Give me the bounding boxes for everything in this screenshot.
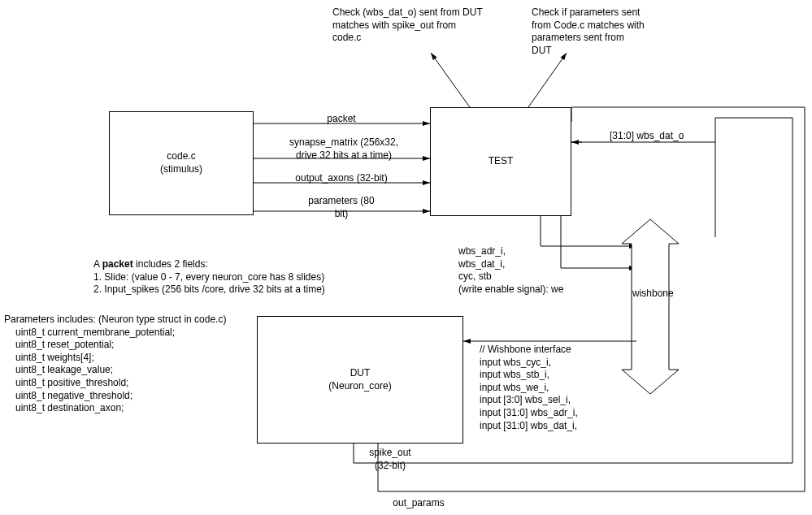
- packet-note: A packet includes 2 fields: 1. Slide: (v…: [93, 258, 419, 296]
- dut-title: DUT: [350, 367, 371, 380]
- label-wbs-dat-o: [31:0] wbs_dat_o: [610, 130, 684, 143]
- params-note: Parameters includes: (Neuron type struct…: [4, 314, 248, 415]
- params-l4: uint8_t leakage_value;: [15, 364, 248, 377]
- label-output-axons: output_axons (32-bit): [284, 172, 398, 185]
- check-right-note: Check if parameters sent from Code.c mat…: [532, 6, 678, 57]
- params-l3: uint8_t weights[4];: [15, 352, 248, 365]
- params-l7: uint8_t destination_axon;: [15, 402, 248, 415]
- packet-note-l1: 1. Slide: (value 0 - 7, every neuron_cor…: [93, 271, 324, 283]
- label-packet: packet: [293, 113, 390, 126]
- label-parameters: parameters (80 bit): [293, 195, 390, 220]
- label-wishbone: wishbone: [632, 288, 668, 301]
- codec-box: code.c (stimulus): [109, 111, 254, 215]
- svg-line-5: [528, 53, 567, 107]
- label-spike-out: spike_out (32-bit): [358, 447, 423, 472]
- label-synapse-matrix: synapse_matrix (256x32, drive 32 bits at…: [275, 136, 413, 162]
- check-left-note: Check (wbs_dat_o) sent from DUT matches …: [332, 6, 511, 45]
- params-l2: uint8_t reset_potential;: [15, 339, 248, 352]
- test-box: TEST: [430, 107, 571, 216]
- label-out-params: out_params: [382, 497, 455, 510]
- label-wishbone-iface: // Wishbone interface input wbs_cyc_i, i…: [480, 344, 578, 432]
- packet-note-suffix: includes 2 fields:: [133, 258, 208, 270]
- dut-sub: (Neuron_core): [328, 380, 391, 393]
- packet-note-bold: packet: [102, 258, 133, 270]
- test-title: TEST: [489, 155, 514, 168]
- codec-sub: (stimulus): [160, 163, 202, 176]
- params-l5: uint8_t positive_threshold;: [15, 377, 248, 390]
- diagram-root: code.c (stimulus) TEST DUT (Neuron_core): [0, 0, 812, 515]
- packet-note-l2: 2. Input_spikes (256 bits /core, drive 3…: [93, 283, 325, 295]
- params-title: Parameters includes: (Neuron type struct…: [4, 314, 248, 327]
- codec-title: code.c: [167, 150, 195, 163]
- params-l1: uint8_t current_membrane_potential;: [15, 327, 248, 340]
- params-l6: uint8_t negative_threshold;: [15, 390, 248, 403]
- svg-line-4: [431, 53, 470, 107]
- label-signals-out: wbs_adr_i, wbs_dat_i, cyc, stb (write en…: [458, 245, 563, 296]
- packet-note-prefix: A: [93, 258, 102, 270]
- dut-box: DUT (Neuron_core): [257, 316, 463, 444]
